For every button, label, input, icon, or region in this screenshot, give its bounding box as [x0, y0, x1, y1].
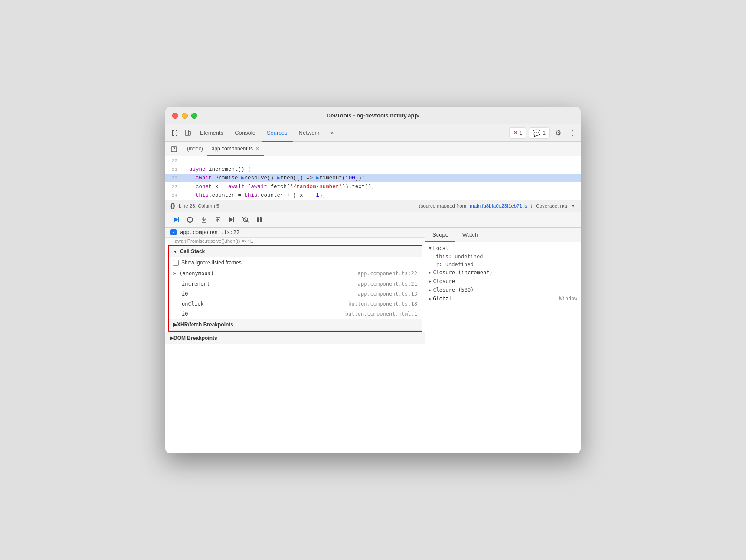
call-stack-header[interactable]: ▼ Call Stack — [169, 246, 422, 257]
dom-breakpoints-header[interactable]: ▶ DOM Breakpoints — [165, 332, 425, 344]
scope-group-closure[interactable]: ▶ Closure — [425, 277, 581, 286]
error-count: 1 — [520, 130, 523, 136]
scope-group-closure-580-header[interactable]: ▶ Closure (580) — [425, 286, 581, 294]
tab-elements[interactable]: Elements — [195, 125, 229, 142]
window-label: Window — [559, 296, 577, 302]
scope-group-closure-580[interactable]: ▶ Closure (580) — [425, 286, 581, 294]
breakpoint-checkbox[interactable] — [170, 229, 177, 235]
filetab-index[interactable]: (index) — [183, 142, 207, 156]
frame-name-3: onClick — [173, 301, 348, 307]
cursor-position: Line 23, Column 5 — [179, 203, 219, 208]
global-triangle: ▶ — [429, 296, 431, 301]
frame-loc-0: app.component.ts:22 — [358, 270, 417, 277]
scope-tabbar: Scope Watch — [425, 228, 581, 242]
frame-loc-4: button.component.html:1 — [345, 311, 417, 317]
stack-frame-i0-1[interactable]: i0 app.component.ts:13 — [169, 289, 422, 299]
scope-closure-580-label: Closure (580) — [433, 287, 474, 293]
step-button[interactable] — [226, 214, 237, 225]
tab-console[interactable]: Console — [229, 125, 261, 142]
scope-global-label: Global — [433, 296, 452, 302]
source-map-suffix: ) — [531, 203, 533, 208]
scope-group-local-header[interactable]: ▼ Local — [425, 244, 581, 253]
tab-sources[interactable]: Sources — [262, 125, 293, 142]
frame-loc-1: app.component.ts:21 — [358, 281, 417, 287]
resume-button[interactable] — [170, 214, 182, 225]
scope-tab-watch[interactable]: Watch — [455, 228, 485, 242]
device-icon[interactable] — [182, 127, 194, 139]
filetab-app-component[interactable]: app.component.ts ✕ — [207, 142, 264, 156]
breakpoint-item: app.component.ts:22 await Promise.resolv… — [165, 228, 425, 244]
pause-on-exceptions-button[interactable] — [254, 214, 265, 225]
dom-label: DOM Breakpoints — [173, 335, 217, 341]
code-line-21: 21 async increment() { — [165, 165, 581, 174]
tab-network[interactable]: Network — [294, 125, 325, 142]
main-tabbar: Elements Console Sources Network » ✕ 1 💬… — [165, 124, 581, 142]
step-into-button[interactable] — [198, 214, 209, 225]
breakpoint-name: app.component.ts:22 — [180, 229, 239, 235]
stack-frame-anonymous[interactable]: ➤ (anonymous) app.component.ts:22 — [169, 268, 422, 279]
panel-toggle-icon[interactable] — [169, 144, 179, 154]
scope-group-closure-increment-header[interactable]: ▶ Closure (increment) — [425, 268, 581, 277]
error-badge[interactable]: ✕ 1 — [509, 127, 527, 139]
frame-name-4: i0 — [173, 311, 345, 317]
maximize-button[interactable] — [191, 113, 197, 119]
scope-group-closure-header[interactable]: ▶ Closure — [425, 277, 581, 286]
left-panel: app.component.ts:22 await Promise.resolv… — [165, 228, 425, 453]
stack-frame-increment[interactable]: increment app.component.ts:21 — [169, 279, 422, 289]
xhr-breakpoints-header[interactable]: ▶ XHR/fetch Breakpoints — [169, 319, 422, 331]
scope-tab-scope[interactable]: Scope — [425, 228, 455, 242]
file-tabbar: (index) app.component.ts ✕ — [165, 142, 581, 156]
source-map-link[interactable]: main.fa8bfa0e23f1eb71.js — [470, 203, 527, 208]
svg-rect-7 — [260, 217, 262, 222]
scope-closure-label: Closure — [433, 278, 455, 284]
frame-name-1: increment — [173, 281, 358, 287]
breakpoint-row[interactable]: app.component.ts:22 — [165, 228, 425, 238]
tab-more[interactable]: » — [325, 125, 339, 142]
close-button[interactable] — [172, 113, 178, 119]
devtools-window: DevTools - ng-devtools.netlify.app/ Elem… — [165, 107, 581, 453]
ignore-frames-label: Show ignore-listed frames — [181, 260, 242, 266]
ignore-frames-checkbox[interactable] — [173, 260, 179, 266]
xhr-triangle: ▶ — [173, 322, 177, 328]
dom-triangle: ▶ — [170, 335, 173, 341]
scope-content: ▼ Local this: undefined r: undefined ▶ C… — [425, 242, 581, 453]
frame-name-2: i0 — [173, 291, 358, 297]
expand-button[interactable]: ▼ — [571, 203, 576, 208]
scope-item-this: this: undefined — [425, 253, 581, 260]
message-badge[interactable]: 💬 1 — [529, 127, 550, 139]
coverage-label: Coverage: n/a — [536, 203, 567, 208]
error-icon: ✕ — [513, 130, 518, 136]
call-stack-label: Call Stack — [180, 248, 205, 254]
code-line-24: 24 this.counter = this.counter + (+x || … — [165, 191, 581, 200]
svg-rect-6 — [257, 217, 259, 222]
debug-toolbar — [165, 212, 581, 228]
scope-group-closure-increment[interactable]: ▶ Closure (increment) — [425, 268, 581, 277]
step-over-button[interactable] — [184, 214, 196, 225]
scope-group-global[interactable]: ▶ Global Window — [425, 294, 581, 303]
closure-increment-triangle: ▶ — [429, 270, 431, 275]
code-line-22: 22 await Promise.▶resolve().▶then(() => … — [165, 174, 581, 182]
mute-breakpoints-button[interactable] — [240, 214, 251, 225]
code-editor: 20 21 async increment() { 22 await Promi… — [165, 156, 581, 200]
current-frame-arrow: ➤ — [173, 270, 177, 277]
scope-item-r: r: undefined — [425, 260, 581, 268]
titlebar: DevTools - ng-devtools.netlify.app/ — [165, 107, 581, 124]
filetab-close-icon[interactable]: ✕ — [255, 146, 260, 152]
minimize-button[interactable] — [182, 113, 188, 119]
message-count: 1 — [543, 130, 546, 136]
right-panel: Scope Watch ▼ Local this: undefined — [425, 228, 581, 453]
stack-frame-onclick[interactable]: onClick button.component.ts:18 — [169, 299, 422, 309]
statusbar: {} Line 23, Column 5 (source mapped from… — [165, 200, 581, 212]
step-out-button[interactable] — [212, 214, 223, 225]
ignore-frames-row[interactable]: Show ignore-listed frames — [169, 257, 422, 268]
stack-frame-i0-2[interactable]: i0 button.component.html:1 — [169, 309, 422, 319]
code-line-23: 23 const x = await (await fetch('/random… — [165, 182, 581, 191]
frame-loc-2: app.component.ts:13 — [358, 291, 417, 297]
scope-group-global-header[interactable]: ▶ Global Window — [425, 294, 581, 303]
format-icon[interactable]: {} — [170, 202, 175, 209]
settings-button[interactable]: ⚙ — [552, 127, 564, 139]
inspect-icon[interactable] — [169, 127, 181, 139]
more-button[interactable]: ⋮ — [567, 127, 577, 139]
frame-name-0: (anonymous) — [179, 270, 357, 277]
scope-group-local[interactable]: ▼ Local this: undefined r: undefined — [425, 244, 581, 268]
